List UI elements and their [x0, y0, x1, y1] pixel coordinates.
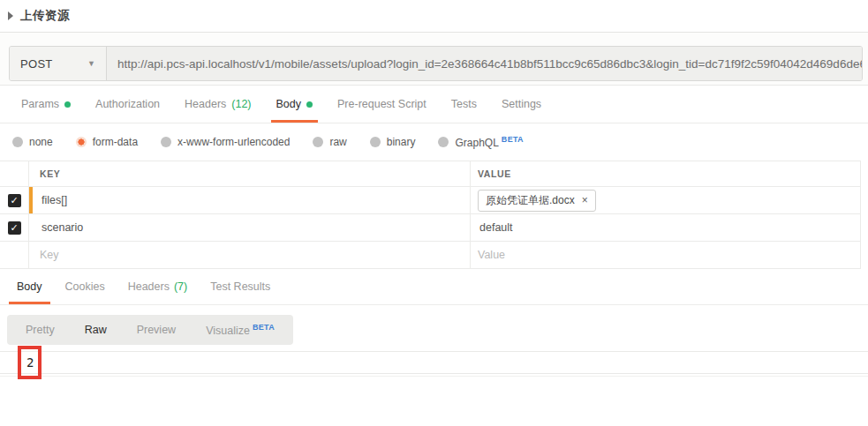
tab-tests[interactable]: Tests: [439, 86, 489, 123]
form-data-table: KEY VALUE ✓ files[] 原始凭证单据.docx × ✓ scen…: [0, 161, 861, 269]
table-row: ✓ files[] 原始凭证单据.docx ×: [0, 187, 861, 214]
radio-form-data-icon: [76, 137, 87, 147]
value-cell[interactable]: default: [471, 214, 861, 241]
radio-x-www-form-urlencoded-icon: [161, 137, 171, 147]
method-label: POST: [20, 57, 53, 71]
table-row: ✓ scenario default: [0, 214, 861, 242]
value-cell[interactable]: 原始凭证单据.docx ×: [471, 187, 861, 213]
key-value: files[]: [40, 194, 67, 206]
radio-form-data-label: form-data: [93, 136, 138, 148]
key-cell[interactable]: files[]: [29, 187, 471, 213]
radio-binary-label: binary: [387, 136, 416, 148]
key-input[interactable]: Key: [29, 242, 471, 268]
remove-file-icon[interactable]: ×: [582, 194, 588, 206]
radio-raw-icon: [313, 137, 323, 147]
response-tab-body[interactable]: Body: [5, 269, 54, 304]
radio-graphql-label: GraphQLBETA: [455, 135, 523, 149]
radio-raw[interactable]: raw: [313, 136, 346, 148]
url-control: POST ▼ http://api.pcs-api.localhost/v1/m…: [9, 46, 863, 81]
radio-form-data[interactable]: form-data: [76, 136, 138, 148]
response-headers-count-badge: (7): [174, 280, 187, 293]
response-tab-cookies[interactable]: Cookies: [54, 269, 117, 304]
file-chip-name: 原始凭证单据.docx: [486, 193, 575, 208]
body-type-selector: none form-data x-www-form-urlencoded raw…: [0, 123, 868, 161]
radio-none-label: none: [29, 136, 53, 148]
tab-body[interactable]: Body: [264, 86, 326, 123]
response-tab-test-results-label: Test Results: [210, 280, 270, 293]
radio-binary-icon: [370, 137, 381, 147]
visualize-beta-badge: BETA: [253, 323, 275, 332]
radio-x-www-form-urlencoded-label: x-www-form-urlencoded: [177, 136, 290, 148]
view-raw[interactable]: Raw: [70, 324, 122, 336]
headers-count-badge: (12): [231, 98, 251, 110]
radio-none-icon: [12, 137, 23, 147]
value-placeholder: Value: [478, 249, 505, 261]
response-body-area: 2: [0, 351, 868, 377]
response-tab-cookies-label: Cookies: [65, 280, 105, 293]
tab-pre-request-script[interactable]: Pre-request Script: [325, 86, 439, 123]
request-url-bar: POST ▼ http://api.pcs-api.localhost/v1/m…: [0, 33, 868, 86]
response-body-text[interactable]: 2: [0, 351, 868, 374]
tab-tests-label: Tests: [451, 98, 477, 110]
key-value: scenario: [40, 221, 83, 234]
view-pretty[interactable]: Pretty: [11, 324, 70, 336]
tab-headers[interactable]: Headers (12): [172, 86, 263, 123]
response-view-toggle: Pretty Raw Preview VisualizeBETA: [7, 315, 293, 345]
radio-none[interactable]: none: [12, 136, 53, 148]
request-tabs: Params Authorization Headers (12) Body P…: [0, 86, 868, 123]
tab-params[interactable]: Params: [9, 86, 83, 123]
file-chip: 原始凭证单据.docx ×: [478, 190, 596, 212]
tab-params-label: Params: [21, 98, 59, 110]
key-column-header: KEY: [40, 168, 60, 179]
view-preview[interactable]: Preview: [122, 324, 191, 336]
radio-graphql[interactable]: GraphQLBETA: [438, 135, 523, 149]
row-enabled-checkbox[interactable]: ✓: [8, 194, 21, 207]
tab-headers-label: Headers: [185, 98, 226, 110]
body-changed-dot-icon: [306, 101, 313, 108]
table-row-empty: Key Value: [0, 242, 861, 269]
response-tabs: Body Cookies Headers (7) Test Results: [0, 269, 868, 305]
value-input[interactable]: Value: [471, 242, 861, 268]
radio-binary[interactable]: binary: [370, 136, 416, 148]
response-view-toggle-wrap: Pretty Raw Preview VisualizeBETA: [0, 305, 868, 345]
row-modified-indicator: [29, 187, 33, 213]
tab-settings[interactable]: Settings: [489, 86, 554, 123]
collapse-arrow-icon[interactable]: [8, 11, 13, 20]
row-enabled-checkbox[interactable]: ✓: [8, 221, 21, 235]
radio-graphql-icon: [438, 137, 449, 147]
tab-settings-label: Settings: [502, 98, 541, 110]
divider: [0, 374, 868, 377]
annotation-box: [18, 346, 42, 379]
response-tab-body-label: Body: [17, 280, 42, 293]
params-changed-dot-icon: [64, 101, 71, 108]
value-column-header: VALUE: [478, 168, 511, 179]
response-tab-headers-label: Headers: [128, 280, 170, 293]
chevron-down-icon: ▼: [87, 59, 95, 68]
request-group-header[interactable]: 上传资源: [0, 0, 868, 33]
response-tab-headers[interactable]: Headers (7): [117, 269, 200, 304]
cell-value-text: default: [478, 221, 513, 234]
tab-pre-request-script-label: Pre-request Script: [337, 98, 426, 110]
response-tab-test-results[interactable]: Test Results: [199, 269, 282, 304]
graphql-beta-badge: BETA: [502, 135, 524, 144]
tab-body-label: Body: [276, 98, 302, 110]
radio-raw-label: raw: [329, 136, 346, 148]
tab-authorization[interactable]: Authorization: [83, 86, 172, 123]
key-cell[interactable]: scenario: [29, 214, 471, 241]
tab-authorization-label: Authorization: [95, 98, 160, 110]
request-group-title: 上传资源: [20, 8, 70, 24]
table-header-row: KEY VALUE: [0, 161, 861, 187]
header-checkbox-cell: [0, 161, 29, 186]
view-visualize[interactable]: VisualizeBETA: [191, 323, 290, 337]
method-dropdown[interactable]: POST ▼: [10, 47, 107, 80]
url-input[interactable]: http://api.pcs-api.localhost/v1/mobile/a…: [107, 47, 862, 80]
radio-x-www-form-urlencoded[interactable]: x-www-form-urlencoded: [161, 136, 290, 148]
key-placeholder: Key: [40, 249, 59, 261]
